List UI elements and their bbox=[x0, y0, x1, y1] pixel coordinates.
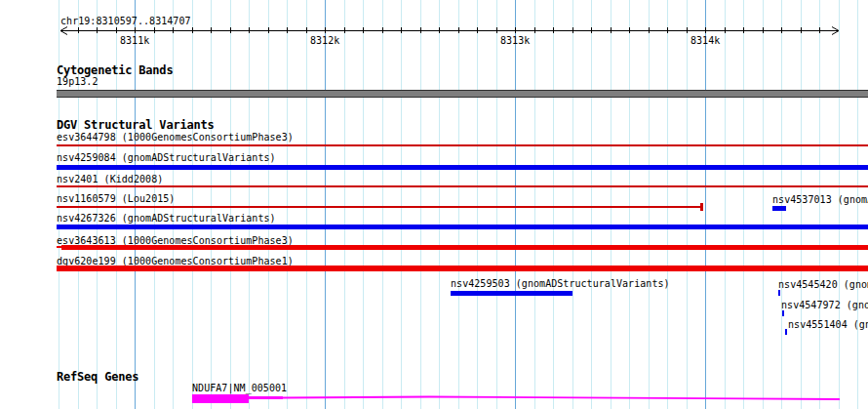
ruler-tick bbox=[667, 27, 668, 33]
variant-bar[interactable] bbox=[57, 185, 868, 187]
gridline-minor bbox=[344, 0, 345, 409]
gridline-minor bbox=[268, 0, 269, 409]
ruler-tick bbox=[572, 27, 573, 33]
gridline-major bbox=[515, 0, 516, 409]
variant-bar[interactable] bbox=[451, 291, 572, 296]
gridline-minor bbox=[572, 0, 573, 409]
gridline-major bbox=[705, 0, 706, 409]
ruler-tick bbox=[268, 27, 269, 33]
gridline-minor bbox=[649, 0, 650, 409]
ruler-tick bbox=[801, 27, 802, 33]
variant-label[interactable]: nsv4267326 (gnomADStructuralVariants) bbox=[57, 213, 276, 225]
gridline-minor bbox=[382, 0, 383, 409]
ruler-tick bbox=[591, 27, 592, 33]
gridline-minor bbox=[667, 0, 668, 409]
ruler-tick bbox=[649, 27, 650, 33]
variant-label[interactable]: nsv1160579 (Lou2015) bbox=[57, 193, 175, 205]
variant-label[interactable]: nsv4547972 (gno bbox=[781, 300, 868, 311]
ruler-tick bbox=[725, 27, 726, 33]
gene-label[interactable]: NDUFA7|NM_005001 bbox=[192, 383, 287, 394]
gridline-minor bbox=[211, 0, 212, 409]
gridline-minor bbox=[287, 0, 288, 409]
ruler-tick bbox=[192, 27, 193, 33]
gridline-minor bbox=[477, 0, 478, 409]
variant-label[interactable]: nsv4551404 (gn bbox=[788, 319, 868, 331]
variant-label[interactable]: esv3644798 (1000GenomesConsortiumPhase3) bbox=[57, 132, 294, 143]
variant-bar[interactable] bbox=[57, 144, 868, 146]
section-title-refseq-genes: RefSeq Genes bbox=[57, 371, 138, 384]
gridline-minor bbox=[591, 0, 592, 409]
ruler-tick-label: 8314k bbox=[690, 35, 720, 47]
variant-bar[interactable] bbox=[57, 225, 868, 229]
gridline-minor bbox=[629, 0, 630, 409]
gridline-minor bbox=[458, 0, 459, 409]
ruler-tick bbox=[496, 27, 497, 33]
variant-label[interactable]: nsv2401 (Kidd2008) bbox=[57, 174, 163, 185]
gridline-minor bbox=[496, 0, 497, 409]
gridline-minor bbox=[420, 0, 421, 409]
variant-bar[interactable] bbox=[57, 165, 868, 170]
region-coordinates-label: chr19:8310597..8314707 bbox=[60, 16, 191, 27]
ruler-tick bbox=[363, 27, 364, 33]
variant-bar[interactable] bbox=[61, 245, 868, 250]
gene-exon-box[interactable] bbox=[192, 394, 249, 403]
ruler-tick bbox=[420, 27, 421, 33]
ruler-tick bbox=[611, 27, 612, 33]
ruler-tick bbox=[534, 27, 535, 33]
ruler-tick bbox=[629, 27, 630, 33]
ruler-tick bbox=[705, 27, 706, 33]
gene-utr-segment[interactable] bbox=[249, 396, 283, 399]
ruler-tick bbox=[249, 27, 250, 33]
ruler-tick bbox=[763, 27, 764, 33]
gridline-minor bbox=[687, 0, 688, 409]
variant-bar[interactable] bbox=[778, 290, 780, 296]
variant-label[interactable]: nsv4537013 (gnomA bbox=[772, 194, 868, 206]
gridline-minor bbox=[192, 0, 193, 409]
cytoband-bar[interactable] bbox=[57, 90, 868, 98]
gridline-minor bbox=[725, 0, 726, 409]
ruler-tick bbox=[78, 27, 79, 33]
variant-bar[interactable] bbox=[57, 206, 700, 208]
ruler-tick bbox=[230, 27, 231, 33]
ruler-tick bbox=[515, 27, 516, 33]
gridline-minor bbox=[763, 0, 764, 409]
ruler-tick bbox=[477, 27, 478, 33]
cytoband-label: 19p13.2 bbox=[57, 76, 99, 88]
ruler-tick bbox=[97, 27, 98, 33]
gridline-minor bbox=[743, 0, 744, 409]
genome-browser-view: chr19:8310597..8314707 Cytogenetic Bands… bbox=[0, 0, 868, 409]
ruler-tick-label: 8311k bbox=[120, 35, 149, 47]
variant-label[interactable]: nsv4259084 (gnomADStructuralVariants) bbox=[57, 152, 276, 164]
ruler-tick bbox=[325, 27, 326, 33]
ruler-tick bbox=[154, 27, 155, 33]
ruler-tick bbox=[211, 27, 212, 33]
variant-bar[interactable] bbox=[772, 206, 786, 211]
gridline-minor bbox=[230, 0, 231, 409]
ruler-tick bbox=[439, 27, 440, 33]
ruler-tick bbox=[458, 27, 459, 33]
variant-label[interactable]: nsv4259503 (gnomADStructuralVariants) bbox=[451, 278, 670, 290]
ruler-tick bbox=[781, 27, 782, 33]
variant-label[interactable]: nsv4545420 (gnom bbox=[778, 279, 868, 291]
gridline-minor bbox=[553, 0, 554, 409]
ruler-tick bbox=[382, 27, 383, 33]
gridline-major bbox=[325, 0, 326, 409]
variant-bar[interactable] bbox=[785, 329, 787, 335]
gridline-minor bbox=[401, 0, 402, 409]
variant-bar[interactable] bbox=[700, 203, 703, 211]
ruler-tick-label: 8312k bbox=[310, 35, 339, 47]
ruler-tick bbox=[553, 27, 554, 33]
variant-bar[interactable] bbox=[57, 266, 868, 271]
ruler-tick bbox=[306, 27, 307, 33]
ruler-tick bbox=[135, 27, 136, 33]
section-title-dgv-structural-variants: DGV Structural Variants bbox=[57, 119, 215, 132]
ruler-tick bbox=[116, 27, 117, 33]
ruler-tick bbox=[287, 27, 288, 33]
ruler-tick bbox=[173, 27, 174, 33]
gridline-minor bbox=[611, 0, 612, 409]
ruler-tick bbox=[344, 27, 345, 33]
gridline-minor bbox=[306, 0, 307, 409]
variant-bar[interactable] bbox=[782, 310, 784, 316]
gridline-minor bbox=[249, 0, 250, 409]
ruler-tick-label: 8313k bbox=[500, 35, 530, 47]
